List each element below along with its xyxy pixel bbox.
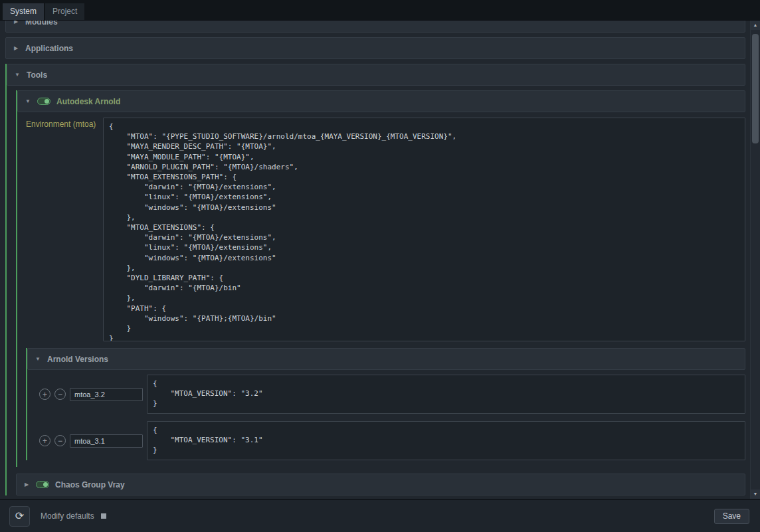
scroll-down-button[interactable]: ▼ xyxy=(751,489,760,499)
section-header-tools[interactable]: ▼ Tools xyxy=(7,64,745,86)
remove-version-button[interactable]: − xyxy=(54,389,66,400)
main-area: ▶ Modules ▶ Applications ▼ Tools xyxy=(0,20,760,499)
scrollbar-track[interactable] xyxy=(751,30,760,489)
autodesk-arnold-body: Environment (mtoa) { "MTOA": "{PYPE_STUD… xyxy=(17,112,745,467)
section-header-autodesk-arnold[interactable]: ▼ Autodesk Arnold xyxy=(17,90,745,112)
version-key-input[interactable] xyxy=(70,388,143,401)
settings-scroll-area: ▶ Modules ▶ Applications ▼ Tools xyxy=(0,21,750,499)
section-title-modules: Modules xyxy=(25,21,58,27)
modify-defaults-label: Modify defaults xyxy=(41,511,94,521)
section-applications: ▶ Applications xyxy=(5,37,745,59)
section-title-applications: Applications xyxy=(25,44,73,53)
footer-bar: ⟳ Modify defaults Save xyxy=(0,499,760,532)
tab-project[interactable]: Project xyxy=(45,3,84,20)
remove-version-button[interactable]: − xyxy=(54,435,66,446)
section-chaos-group-vray: ▶ Chaos Group Vray xyxy=(16,474,745,495)
chevron-right-icon: ▶ xyxy=(23,482,30,488)
tab-system[interactable]: System xyxy=(3,3,44,20)
section-arnold-versions: ▼ Arnold Versions + − { "MTOA_VERSION": … xyxy=(26,348,745,460)
section-modules: ▶ Modules xyxy=(5,21,745,33)
version-key-input[interactable] xyxy=(70,434,143,448)
save-button[interactable]: Save xyxy=(714,509,749,524)
section-title-chaos-group-vray: Chaos Group Vray xyxy=(55,480,125,489)
add-version-button[interactable]: + xyxy=(39,435,50,446)
chevron-down-icon: ▼ xyxy=(35,356,41,362)
refresh-button[interactable]: ⟳ xyxy=(9,506,30,527)
environment-label: Environment (mtoa) xyxy=(26,118,100,129)
section-autodesk-arnold: ▼ Autodesk Arnold Environment (mtoa) { "… xyxy=(16,90,745,467)
arnold-version-row: + − { "MTOA_VERSION": "3.1" } xyxy=(39,421,745,460)
settings-window: System Project ▶ Modules ▶ Applications xyxy=(0,0,760,532)
section-tools: ▼ Tools ▼ Autodesk Arnold Environment (m… xyxy=(5,64,745,495)
environment-row: Environment (mtoa) { "MTOA": "{PYPE_STUD… xyxy=(26,118,745,341)
section-title-arnold-versions: Arnold Versions xyxy=(47,355,108,364)
scrollbar-thumb[interactable] xyxy=(752,34,759,143)
tab-bar: System Project xyxy=(0,0,760,20)
modify-defaults-checkbox[interactable] xyxy=(101,513,106,519)
section-title-autodesk-arnold: Autodesk Arnold xyxy=(56,97,120,106)
add-version-button[interactable]: + xyxy=(39,389,50,400)
chevron-down-icon: ▼ xyxy=(14,72,21,78)
chevron-down-icon: ▼ xyxy=(25,98,31,104)
vray-enabled-toggle-icon[interactable] xyxy=(36,481,49,488)
section-title-tools: Tools xyxy=(27,70,47,80)
arnold-version-row: + − { "MTOA_VERSION": "3.2" } xyxy=(39,375,745,414)
scroll-up-button[interactable]: ▲ xyxy=(751,21,760,30)
vertical-scrollbar: ▲ ▼ xyxy=(750,21,760,499)
section-header-modules[interactable]: ▶ Modules xyxy=(5,21,745,33)
chevron-right-icon: ▶ xyxy=(13,45,19,51)
section-header-applications[interactable]: ▶ Applications xyxy=(5,37,745,59)
environment-json-input[interactable]: { "MTOA": "{PYPE_STUDIO_SOFTWARE}/arnold… xyxy=(103,118,745,341)
version-json-input[interactable]: { "MTOA_VERSION": "3.1" } xyxy=(147,421,745,460)
chevron-right-icon: ▶ xyxy=(13,21,19,25)
section-header-chaos-group-vray[interactable]: ▶ Chaos Group Vray xyxy=(16,474,745,495)
arnold-enabled-toggle-icon[interactable] xyxy=(37,98,50,105)
section-header-arnold-versions[interactable]: ▼ Arnold Versions xyxy=(27,348,745,370)
version-json-input[interactable]: { "MTOA_VERSION": "3.2" } xyxy=(147,375,745,414)
